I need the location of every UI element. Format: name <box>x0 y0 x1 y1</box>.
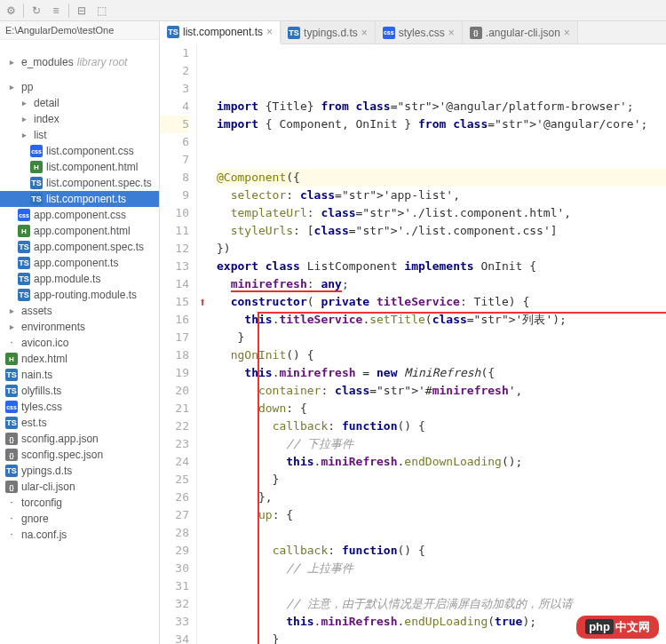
editor-tab[interactable]: TSlist.component.ts× <box>160 21 281 44</box>
hide-icon[interactable]: ⊟ <box>75 4 89 18</box>
tab-label: typings.d.ts <box>304 27 358 39</box>
code-line[interactable]: this.minirefresh = new MiniRefresh({ <box>217 364 666 382</box>
gutter-marker-cell <box>197 524 213 542</box>
code-line[interactable]: } <box>217 329 666 346</box>
ts-icon: TS <box>30 177 43 189</box>
file-node[interactable]: {}sconfig.spec.json <box>0 447 159 463</box>
project-sidebar: E:\AngularDemo\testOne ▸e_modules librar… <box>0 21 160 644</box>
node-label: list.component.spec.ts <box>46 177 152 189</box>
code-line[interactable]: export class ListComponent implements On… <box>217 258 666 275</box>
line-number: 19 <box>160 364 189 382</box>
code-line[interactable]: templateUrl: class="str">'./list.compone… <box>217 204 666 222</box>
code-line[interactable]: // 注意，由于默认情况是开启满屏自动加载的，所以请 <box>217 595 666 613</box>
file-node[interactable]: ·torconfig <box>0 495 159 511</box>
gutter-marker-cell <box>197 435 213 453</box>
expand-icon[interactable]: ⬚ <box>94 4 108 18</box>
line-number: 5 <box>160 115 189 133</box>
override-marker-icon[interactable]: ⬆ <box>199 293 206 311</box>
code-content[interactable]: import {Title} from class="str">'@angula… <box>213 44 666 644</box>
file-node[interactable]: ·gnore <box>0 511 159 527</box>
code-line[interactable]: callback: function() { <box>217 417 666 435</box>
file-node[interactable]: cssapp.component.css <box>0 207 159 223</box>
gutter-marker-cell <box>197 329 213 346</box>
code-line[interactable]: ngOnInit() { <box>217 346 666 364</box>
file-node[interactable]: TSypings.d.ts <box>0 463 159 479</box>
line-number: 29 <box>160 542 189 560</box>
file-node[interactable]: TSnain.ts <box>0 367 159 383</box>
editor-tab[interactable]: {}.angular-cli.json× <box>463 21 578 44</box>
code-line[interactable]: this.titleService.setTitle(class="str">'… <box>217 311 666 329</box>
watermark: php中文网 <box>576 616 659 639</box>
file-node[interactable]: TSlist.component.spec.ts <box>0 175 159 191</box>
code-line[interactable]: }) <box>217 240 666 258</box>
editor-tab[interactable]: TStypings.d.ts× <box>281 21 376 44</box>
html-icon: H <box>30 161 43 173</box>
file-node[interactable]: TSapp-routing.module.ts <box>0 287 159 303</box>
file-node[interactable]: Hlist.component.html <box>0 159 159 175</box>
folder-node[interactable]: ▸list <box>0 127 159 143</box>
code-line[interactable]: styleUrls: [class="str">'./list.componen… <box>217 222 666 240</box>
file-node[interactable]: Happ.component.html <box>0 223 159 239</box>
code-line[interactable] <box>217 133 666 151</box>
editor-tab[interactable]: cssstyles.css× <box>376 21 463 44</box>
gutter-marker-cell <box>197 80 213 98</box>
code-line[interactable]: minirefresh: any; <box>217 275 666 293</box>
ts-icon: TS <box>18 257 30 269</box>
file-node[interactable]: TSapp.module.ts <box>0 271 159 287</box>
line-number: 13 <box>160 258 189 275</box>
refresh-icon[interactable]: ↻ <box>29 4 44 18</box>
folder-node[interactable]: ▸environments <box>0 319 159 335</box>
folder-node[interactable]: ▸index <box>0 111 159 127</box>
code-area[interactable]: 1234567891011121314151617181920212223242… <box>160 44 666 644</box>
gear-icon[interactable]: ⚙ <box>4 4 18 18</box>
code-line[interactable]: callback: function() { <box>217 542 666 560</box>
ts-icon: TS <box>18 289 30 301</box>
file-node[interactable]: TSapp.component.ts <box>0 255 159 271</box>
folder-icon: ▸ <box>18 97 30 109</box>
code-line[interactable] <box>217 577 666 595</box>
code-line[interactable]: selector: class="str">'app-list', <box>217 187 666 204</box>
file-node[interactable]: {}sconfig.app.json <box>0 431 159 447</box>
code-line[interactable]: up: { <box>217 506 666 524</box>
code-line[interactable]: import { Component, OnInit } from class=… <box>217 115 666 133</box>
line-number: 3 <box>160 80 189 98</box>
code-line[interactable]: // 下拉事件 <box>217 435 666 453</box>
close-icon[interactable]: × <box>448 27 455 39</box>
ts-icon: TS <box>30 193 43 205</box>
file-node[interactable]: TSest.ts <box>0 415 159 431</box>
watermark-prefix: php <box>585 619 614 634</box>
file-node[interactable]: ·na.conf.js <box>0 527 159 543</box>
folder-node[interactable]: ▸detail <box>0 95 159 111</box>
file-node[interactable]: ·avicon.ico <box>0 335 159 351</box>
gutter-marker-cell <box>197 364 213 382</box>
folder-node[interactable]: ▸assets <box>0 303 159 319</box>
code-line[interactable]: down: { <box>217 400 666 417</box>
code-line[interactable]: container: class="str">'#minirefresh', <box>217 382 666 400</box>
collapse-icon[interactable]: ≡ <box>49 4 63 18</box>
code-line[interactable]: }, <box>217 489 666 506</box>
file-node[interactable]: csstyles.css <box>0 399 159 415</box>
close-icon[interactable]: × <box>361 27 368 39</box>
code-line[interactable] <box>217 524 666 542</box>
gutter-marker-cell <box>197 311 213 329</box>
code-line[interactable]: } <box>217 471 666 489</box>
tab-label: styles.css <box>399 27 445 39</box>
file-node[interactable]: TSapp.component.spec.ts <box>0 239 159 255</box>
code-line[interactable]: this.miniRefresh.endDownLoading(); <box>217 453 666 471</box>
folder-icon: ▸ <box>18 129 30 141</box>
code-line[interactable]: constructor( private titleService: Title… <box>217 293 666 311</box>
file-node[interactable]: {}ular-cli.json <box>0 479 159 495</box>
file-node[interactable]: TSlist.component.ts <box>0 191 159 207</box>
code-line[interactable]: // 上拉事件 <box>217 560 666 577</box>
folder-node[interactable]: ▸e_modules library root <box>0 54 159 70</box>
gutter-marker-cell <box>197 258 213 275</box>
file-node[interactable]: csslist.component.css <box>0 143 159 159</box>
file-node[interactable]: TSolyfills.ts <box>0 383 159 399</box>
close-icon[interactable]: × <box>564 27 570 39</box>
folder-node[interactable]: ▸pp <box>0 79 159 95</box>
close-icon[interactable]: × <box>266 26 273 38</box>
code-line[interactable]: import {Title} from class="str">'@angula… <box>217 98 666 115</box>
file-node[interactable]: Hndex.html <box>0 351 159 367</box>
code-line[interactable]: @Component({ <box>217 169 666 187</box>
code-line[interactable] <box>217 151 666 169</box>
